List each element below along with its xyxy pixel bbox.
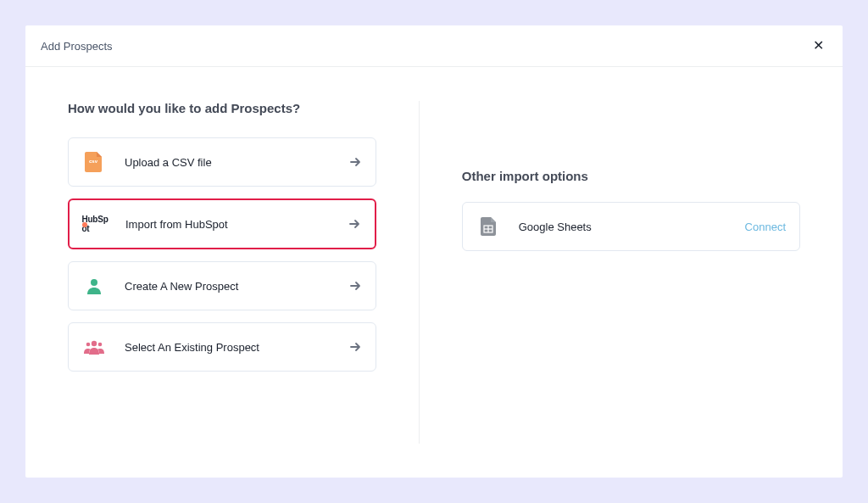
option-label: Import from HubSpot bbox=[125, 218, 348, 231]
svg-point-4 bbox=[98, 343, 103, 347]
primary-heading: How would you like to add Prospects? bbox=[68, 101, 376, 115]
person-icon bbox=[82, 274, 106, 298]
primary-options-column: How would you like to add Prospects? csv… bbox=[68, 101, 420, 444]
arrow-right-icon bbox=[348, 217, 361, 231]
arrow-right-icon bbox=[348, 340, 362, 354]
people-icon bbox=[82, 335, 106, 359]
option-google-sheets[interactable]: Google Sheets Connect bbox=[462, 202, 800, 251]
arrow-right-icon bbox=[348, 155, 362, 169]
other-options-column: Other import options Google Sheets Conne… bbox=[462, 101, 800, 444]
svg-point-3 bbox=[86, 343, 91, 347]
hubspot-icon: HubSpot bbox=[83, 212, 107, 236]
option-label: Google Sheets bbox=[519, 221, 745, 233]
google-sheets-icon bbox=[476, 215, 500, 238]
csv-file-icon: csv bbox=[82, 150, 106, 174]
option-select-existing[interactable]: Select An Existing Prospect bbox=[68, 322, 376, 372]
arrow-right-icon bbox=[348, 279, 362, 293]
option-import-hubspot[interactable]: HubSpot Import from HubSpot bbox=[68, 198, 376, 249]
close-button[interactable]: ✕ bbox=[810, 36, 827, 56]
add-prospects-modal: Add Prospects ✕ How would you like to ad… bbox=[25, 25, 843, 478]
modal-header: Add Prospects ✕ bbox=[25, 25, 843, 67]
option-label: Create A New Prospect bbox=[125, 280, 348, 293]
close-icon: ✕ bbox=[813, 38, 824, 53]
option-upload-csv[interactable]: csv Upload a CSV file bbox=[68, 137, 376, 187]
option-create-prospect[interactable]: Create A New Prospect bbox=[68, 261, 376, 310]
svg-point-1 bbox=[91, 279, 97, 286]
svg-point-2 bbox=[92, 341, 97, 346]
other-heading: Other import options bbox=[462, 169, 800, 183]
option-label: Upload a CSV file bbox=[125, 156, 348, 169]
modal-title: Add Prospects bbox=[41, 40, 113, 53]
option-label: Select An Existing Prospect bbox=[125, 341, 348, 354]
svg-text:csv: csv bbox=[89, 159, 98, 164]
modal-body: How would you like to add Prospects? csv… bbox=[25, 67, 843, 478]
connect-link[interactable]: Connect bbox=[745, 221, 786, 233]
